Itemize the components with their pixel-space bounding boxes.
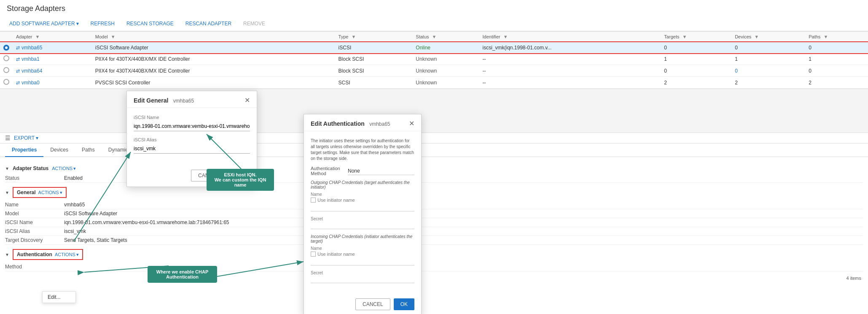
edit-auth-modal: Edit Authentication vmhba65 ✕ The initia… <box>304 114 422 314</box>
table-row[interactable]: ⇄vmhba64 PIIX4 for 430TX/440BX/MX IDE Co… <box>0 65 868 77</box>
paths-cell: 1 <box>805 53 868 65</box>
incoming-secret-input[interactable] <box>311 276 414 283</box>
general-actions-button[interactable]: ACTIONS ▾ <box>38 190 62 195</box>
outgoing-name-row: Use initiator name <box>311 198 414 203</box>
tab-devices[interactable]: Devices <box>43 143 75 157</box>
paths-cell: 0 <box>805 65 868 77</box>
model-cell: iSCSI Software Adapter <box>92 42 335 53</box>
radio-cell[interactable] <box>0 77 13 89</box>
dropdown-edit-item[interactable]: Edit... <box>43 292 75 303</box>
chap-auth-annotation: Where we enable CHAPAuthentication <box>148 266 217 283</box>
radio-button[interactable] <box>3 55 9 61</box>
remove-button[interactable]: REMOVE <box>241 19 268 28</box>
modal-close-button[interactable]: ✕ <box>245 96 250 104</box>
targets-cell: 0 <box>661 42 731 53</box>
sort-icon: ▼ <box>503 34 508 39</box>
tab-properties[interactable]: Properties <box>5 143 43 157</box>
model-row: Model iSCSI Software Adapter <box>5 209 863 218</box>
page-title: Storage Adapters <box>7 4 861 16</box>
radio-button[interactable] <box>3 79 9 85</box>
sort-icon: ▼ <box>754 34 759 39</box>
general-section-header: ▼ General ACTIONS ▾ <box>5 187 863 198</box>
iscsi-name-field: iSCSI Name <box>134 115 250 131</box>
col-targets: Targets ▼ <box>661 32 731 42</box>
refresh-button[interactable]: REFRESH <box>88 19 117 28</box>
col-model: Model ▼ <box>92 32 335 42</box>
storage-adapters-page: Storage Adapters ADD SOFTWARE ADAPTER ▾ … <box>0 0 868 314</box>
chevron-down-icon: ▾ <box>73 166 76 171</box>
col-type: Type ▼ <box>335 32 413 42</box>
use-initiator-checkbox[interactable] <box>311 198 316 203</box>
chevron-down-icon: ▾ <box>36 135 38 141</box>
chevron-down-icon: ▾ <box>76 21 79 27</box>
modal-body: iSCSI Name iSCSI Alias <box>127 108 257 166</box>
status-cell: Online <box>412 42 479 53</box>
auth-modal-close-button[interactable]: ✕ <box>409 119 414 127</box>
auth-method-row: Authentication Method None <box>311 166 414 176</box>
chevron-down-icon: ▾ <box>60 190 62 195</box>
esxi-iqn-annotation: ESXi host IQN.We can custom the IQN name <box>207 169 274 191</box>
type-cell: Block SCSI <box>335 53 413 65</box>
adapters-table: Adapter ▼ Model ▼ Type ▼ Status ▼ Identi… <box>0 31 868 89</box>
incoming-name-input[interactable] <box>311 258 414 265</box>
adapter-icon: ⇄ <box>16 68 20 73</box>
identifier-cell: -- <box>479 53 661 65</box>
auth-cancel-button[interactable]: CANCEL <box>355 298 390 310</box>
chevron-down-icon: ▾ <box>76 252 79 257</box>
sort-icon: ▼ <box>683 34 687 39</box>
paths-cell: 0 <box>805 42 868 53</box>
col-devices: Devices ▼ <box>731 32 805 42</box>
status-cell: Unknown <box>412 77 479 89</box>
outgoing-secret-input[interactable] <box>311 222 414 229</box>
targets-cell: 2 <box>661 77 731 89</box>
auth-modal-header: Edit Authentication vmhba65 ✕ <box>304 114 421 131</box>
table-row[interactable]: ⇄vmhba0 PVSCSI SCSI Controller SCSI Unkn… <box>0 77 868 89</box>
model-cell: PIIX4 for 430TX/440BX/MX IDE Controller <box>92 53 335 65</box>
incoming-secret-field: Secret <box>311 271 414 283</box>
auth-modal-footer: CANCEL OK <box>304 295 421 314</box>
rescan-adapter-button[interactable]: RESCAN ADAPTER <box>183 19 234 28</box>
dropdown-menu: Edit... <box>42 291 76 303</box>
table-row[interactable]: ⇄vmhba1 PIIX4 for 430TX/440BX/MX IDE Con… <box>0 53 868 65</box>
chevron-down-icon: ▼ <box>5 252 9 257</box>
auth-section-box: Authentication ACTIONS ▾ <box>13 249 83 260</box>
toolbar: ADD SOFTWARE ADAPTER ▾ REFRESH RESCAN ST… <box>7 16 861 31</box>
radio-button[interactable] <box>3 67 9 73</box>
type-cell: SCSI <box>335 77 413 89</box>
general-section-box: General ACTIONS ▾ <box>13 187 67 198</box>
adapter-cell: ⇄vmhba64 <box>13 65 92 77</box>
items-count: 4 items <box>847 276 861 281</box>
panel-bar-icon: ☰ <box>5 135 11 141</box>
table-row[interactable]: ⇄vmhba65 iSCSI Software Adapter iSCSI On… <box>0 42 868 53</box>
incoming-use-initiator-checkbox[interactable] <box>311 252 316 257</box>
rescan-storage-button[interactable]: RESCAN STORAGE <box>124 19 176 28</box>
outgoing-name-input[interactable] <box>311 204 414 211</box>
auth-modal-body: The initiator uses these settings for au… <box>304 131 421 295</box>
auth-ok-button[interactable]: OK <box>394 298 414 310</box>
iscsi-alias-input[interactable] <box>134 144 250 154</box>
incoming-name-row: Use initiator name <box>311 252 414 257</box>
chevron-down-icon: ▼ <box>5 166 9 171</box>
identifier-cell: -- <box>479 77 661 89</box>
col-status: Status ▼ <box>412 32 479 42</box>
iscsi-name-input[interactable] <box>134 122 250 131</box>
adapter-cell: ⇄vmhba1 <box>13 53 92 65</box>
export-button[interactable]: EXPORT ▾ <box>14 135 38 141</box>
col-radio <box>0 32 13 42</box>
radio-cell[interactable] <box>0 42 13 53</box>
adapter-icon: ⇄ <box>16 57 20 62</box>
radio-cell[interactable] <box>0 53 13 65</box>
tab-paths[interactable]: Paths <box>75 143 102 157</box>
adapter-status-actions-button[interactable]: ACTIONS ▾ <box>52 166 76 171</box>
type-cell: iSCSI <box>335 42 413 53</box>
add-software-adapter-button[interactable]: ADD SOFTWARE ADAPTER ▾ <box>7 19 81 28</box>
iscsi-alias-field: iSCSI Alias <box>134 137 250 154</box>
radio-button-selected[interactable] <box>3 45 9 51</box>
radio-cell[interactable] <box>0 65 13 77</box>
auth-actions-button[interactable]: ACTIONS ▾ <box>55 252 79 257</box>
incoming-name-field: Name Use initiator name <box>311 246 414 265</box>
devices-cell: 0 <box>731 65 805 77</box>
devices-cell: 0 <box>731 42 805 53</box>
chevron-down-icon: ▼ <box>5 190 9 195</box>
devices-cell: 1 <box>731 53 805 65</box>
